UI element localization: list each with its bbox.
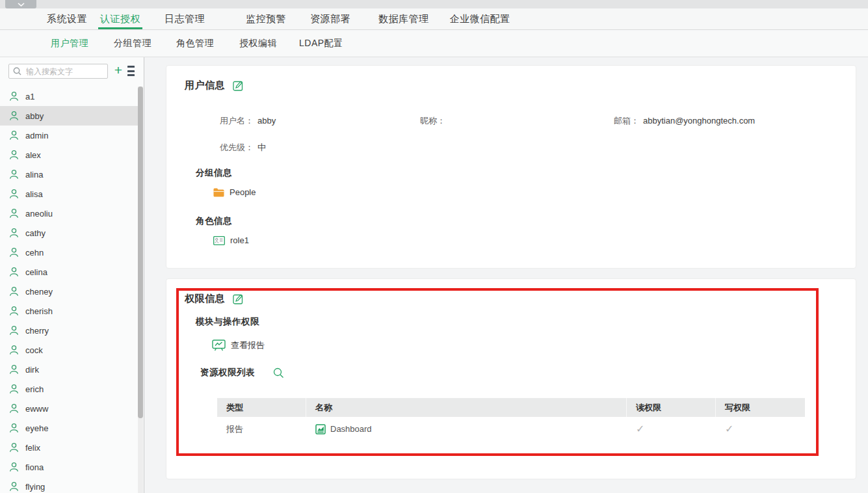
edit-permission-button[interactable] bbox=[232, 293, 244, 305]
resource-name: Dashboard bbox=[330, 424, 372, 434]
user-name: aneoliu bbox=[25, 209, 53, 219]
sub-nav-item[interactable]: 角色管理 bbox=[176, 38, 214, 49]
folder-icon bbox=[213, 188, 224, 197]
user-name: eyehe bbox=[25, 423, 48, 433]
user-name: cheney bbox=[25, 287, 53, 297]
sub-nav-item[interactable]: 用户管理 bbox=[51, 38, 88, 49]
user-list-item[interactable]: aneoliu bbox=[0, 204, 138, 223]
user-name: ewww bbox=[25, 404, 48, 414]
user-icon bbox=[9, 403, 19, 414]
resource-search-icon[interactable] bbox=[273, 367, 284, 379]
user-list-item[interactable]: cathy bbox=[0, 223, 138, 243]
permission-panel: 权限信息 模块与操作权限 查看报告 资源权限列表 类型名称读权限写权限 报告Da… bbox=[166, 278, 856, 479]
user-list-item[interactable]: ewww bbox=[0, 399, 138, 418]
role-badge-icon bbox=[213, 236, 225, 245]
user-list-item[interactable]: cheney bbox=[0, 282, 138, 301]
chevron-down-icon bbox=[18, 3, 25, 7]
edit-icon bbox=[233, 293, 244, 304]
user-name: alina bbox=[25, 170, 43, 180]
user-list-item[interactable]: dirk bbox=[0, 360, 138, 379]
collapse-handle[interactable] bbox=[5, 0, 36, 8]
user-list-item[interactable]: flying bbox=[0, 477, 138, 493]
user-list-item[interactable]: cock bbox=[0, 340, 138, 360]
table-header-cell: 读权限 bbox=[627, 398, 716, 417]
user-name: alex bbox=[25, 150, 41, 160]
group-item[interactable]: People bbox=[213, 187, 256, 197]
sidebar-scrollbar-thumb[interactable] bbox=[138, 87, 143, 418]
user-name: dirk bbox=[25, 365, 39, 375]
table-row[interactable]: 报告Dashboard✓✓ bbox=[217, 417, 805, 441]
resource-list-title: 资源权限列表 bbox=[200, 367, 255, 379]
user-list-item[interactable]: alina bbox=[0, 165, 138, 184]
user-icon bbox=[9, 286, 19, 297]
user-list-item[interactable]: a1 bbox=[0, 87, 138, 106]
top-nav-item[interactable]: 数据库管理 bbox=[378, 8, 429, 29]
user-icon bbox=[9, 208, 19, 219]
user-list-item[interactable]: cherish bbox=[0, 301, 138, 321]
user-icon bbox=[9, 189, 19, 199]
view-report-icon bbox=[212, 340, 226, 351]
top-nav-item[interactable]: 系统设置 bbox=[47, 8, 87, 29]
user-list-item[interactable]: alisa bbox=[0, 184, 138, 204]
role-item[interactable]: role1 bbox=[213, 235, 249, 245]
user-name: flying bbox=[25, 482, 45, 492]
cell-name: Dashboard bbox=[306, 417, 627, 441]
user-name: cherish bbox=[25, 306, 53, 316]
user-list-item[interactable]: celina bbox=[0, 262, 138, 282]
user-icon bbox=[9, 481, 19, 492]
user-list-item[interactable]: fiona bbox=[0, 457, 138, 477]
user-list-item[interactable]: abby bbox=[0, 106, 138, 126]
dashboard-report-icon bbox=[315, 424, 326, 434]
list-menu-icon[interactable] bbox=[127, 66, 135, 76]
add-user-button[interactable]: + bbox=[111, 62, 125, 79]
user-list-item[interactable]: admin bbox=[0, 126, 138, 145]
user-icon bbox=[9, 150, 19, 160]
user-name: felix bbox=[25, 443, 40, 453]
group-name: People bbox=[230, 187, 256, 197]
user-icon bbox=[9, 325, 19, 336]
module-permission-label: 查看报告 bbox=[231, 340, 265, 351]
user-name: admin bbox=[25, 131, 48, 140]
user-icon bbox=[9, 228, 19, 238]
user-icon bbox=[9, 247, 19, 258]
check-icon: ✓ bbox=[636, 423, 644, 435]
permission-title: 权限信息 bbox=[185, 293, 225, 305]
user-list-item[interactable]: cherry bbox=[0, 321, 138, 340]
user-name: abby bbox=[25, 111, 44, 121]
email-field: 邮箱：abbytian@yonghongtech.com bbox=[614, 115, 755, 127]
user-icon bbox=[9, 462, 19, 472]
cell-read-permission: ✓ bbox=[627, 417, 716, 441]
user-list-item[interactable]: alex bbox=[0, 145, 138, 165]
user-name: fiona bbox=[25, 462, 44, 472]
user-list-item[interactable]: eyehe bbox=[0, 418, 138, 438]
sub-nav: 用户管理分组管理角色管理授权编辑LDAP配置 bbox=[0, 31, 868, 57]
module-permission-title: 模块与操作权限 bbox=[196, 316, 259, 328]
user-name: cathy bbox=[25, 228, 46, 238]
search-wrap bbox=[8, 64, 108, 79]
user-icon bbox=[9, 345, 19, 355]
user-icon bbox=[9, 306, 19, 316]
user-icon bbox=[9, 169, 19, 180]
user-icon bbox=[9, 384, 19, 394]
user-icon bbox=[9, 111, 19, 121]
top-nav-item[interactable]: 资源部署 bbox=[310, 8, 350, 29]
top-nav-item[interactable]: 监控预警 bbox=[246, 8, 286, 29]
sub-nav-item[interactable]: 分组管理 bbox=[114, 38, 151, 49]
edit-user-info-button[interactable] bbox=[232, 80, 244, 92]
user-info-panel: 用户信息 用户名：abby 昵称： 邮箱：abbytian@yonghongte… bbox=[166, 65, 856, 269]
user-icon bbox=[9, 423, 19, 433]
sub-nav-item[interactable]: 授权编辑 bbox=[239, 38, 277, 49]
user-sidebar: + a1abbyadminalexalinaalisaaneoliucathyc… bbox=[0, 57, 144, 493]
top-nav-item[interactable]: 企业微信配置 bbox=[450, 8, 510, 29]
user-name: cock bbox=[25, 345, 43, 355]
user-list-item[interactable]: felix bbox=[0, 438, 138, 457]
sub-nav-item[interactable]: LDAP配置 bbox=[299, 38, 343, 49]
search-input[interactable] bbox=[8, 64, 108, 79]
top-nav-item[interactable]: 日志管理 bbox=[164, 8, 205, 29]
top-nav-item[interactable]: 认证授权 bbox=[100, 8, 140, 29]
user-list-item[interactable]: erich bbox=[0, 379, 138, 399]
user-list-item[interactable]: cehn bbox=[0, 243, 138, 262]
edit-icon bbox=[233, 80, 244, 91]
nickname-field: 昵称： bbox=[420, 115, 449, 127]
user-name: a1 bbox=[25, 92, 34, 101]
